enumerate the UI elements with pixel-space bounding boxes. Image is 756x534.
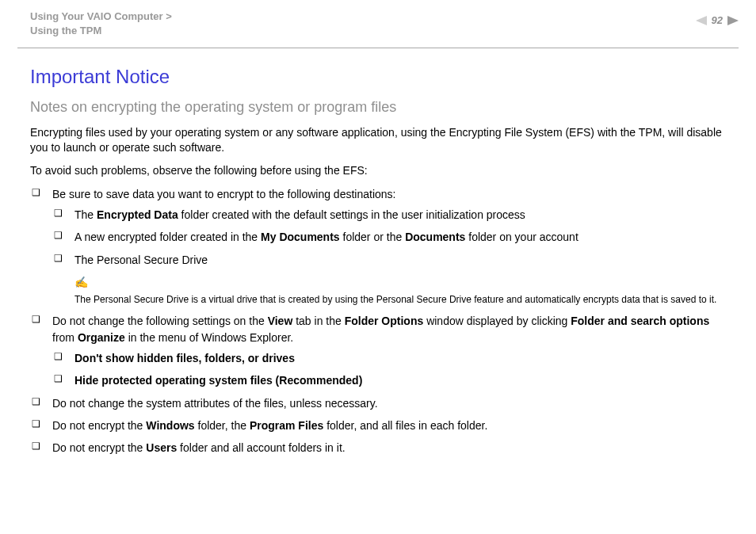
page-number: 92 [712,14,723,26]
list-item: The Encrypted Data folder created with t… [52,207,726,223]
chevron-right-icon: > [166,10,172,22]
nested-list: The Encrypted Data folder created with t… [52,207,726,268]
page-title: Important Notice [30,66,726,88]
main-bullet-list: Be sure to save data you want to encrypt… [30,186,726,456]
note-text: The Personal Secure Drive is a virtual d… [74,294,716,305]
list-item: Don't show hidden files, folders, or dri… [52,350,726,366]
list-item: Do not encrypt the Users folder and all … [30,440,726,456]
page-subtitle: Notes on encrypting the operating system… [30,99,726,116]
pencil-note-icon: ✍ [74,274,726,290]
breadcrumb: Using Your VAIO Computer > Using the TPM [30,10,726,37]
page-header: Using Your VAIO Computer > Using the TPM… [0,0,756,46]
bullet-text: Be sure to save data you want to encrypt… [52,188,395,200]
page-navigation: 92 [696,14,739,26]
list-item: Hide protected operating system files (R… [52,372,726,388]
list-item: The Personal Secure Drive [52,252,726,268]
list-item: Do not change the following settings on … [30,313,726,388]
list-item: Do not encrypt the Windows folder, the P… [30,418,726,433]
breadcrumb-line1: Using Your VAIO Computer [30,10,166,22]
paragraph-1: Encrypting files used by your operating … [30,125,726,155]
note-block: ✍ The Personal Secure Drive is a virtual… [74,274,726,307]
nested-list: Don't show hidden files, folders, or dri… [52,350,726,389]
page-content: Important Notice Notes on encrypting the… [0,48,756,456]
paragraph-2: To avoid such problems, observe the foll… [30,163,726,178]
list-item: Do not change the system attributes of t… [30,395,726,411]
list-item: A new encrypted folder created in the My… [52,229,726,245]
next-page-icon[interactable] [727,16,739,25]
prev-page-icon[interactable] [696,16,707,25]
document-page: Using Your VAIO Computer > Using the TPM… [0,0,756,534]
list-item: Be sure to save data you want to encrypt… [30,186,726,307]
breadcrumb-line2: Using the TPM [30,25,101,36]
